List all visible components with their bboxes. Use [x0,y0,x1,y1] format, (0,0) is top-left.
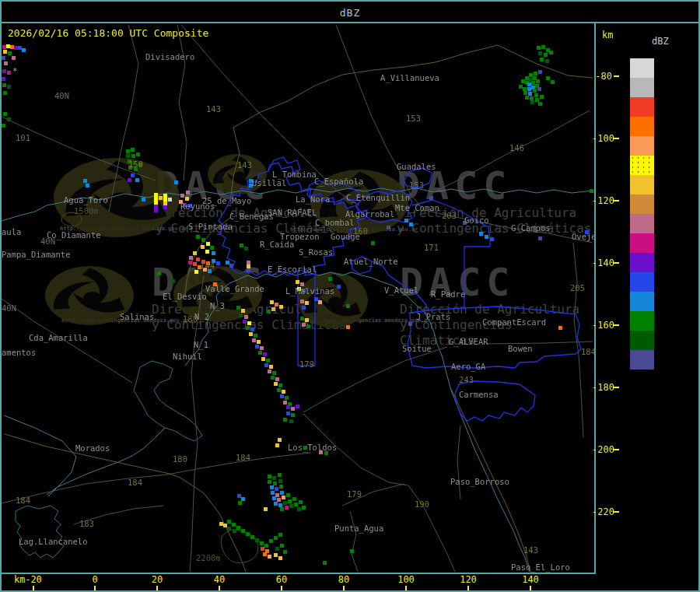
place-label: Paso_Borroso [450,478,509,486]
bottom-axis-tick [467,586,469,591]
place-label: C_Etenquillin [346,194,410,202]
road-number-label: 143 [206,105,221,114]
right-axis-tick [614,387,619,388]
right-axis-tick [614,511,619,513]
place-label: Paso_El_Loro [511,563,570,572]
legend-swatch [630,136,654,156]
right-axis-tick [614,262,619,264]
place-label: Mte_Coman [395,204,439,212]
right-axis-tick-label: -180 [592,382,612,393]
legend-swatch [630,214,654,233]
latitude-label: 40N [40,237,55,246]
road-number-label: 205 [570,284,585,292]
place-label: Bowen [508,345,533,353]
road-number-label: 180 [183,315,198,324]
legend-swatch [630,331,654,350]
place-label: La_Nora [296,195,330,204]
timestamp: 2026/02/16 05:18:00 UTC Composite [8,27,208,39]
place-label: S_Rosas [299,248,333,257]
place-label: Valle_Grande [205,285,264,293]
legend-swatch [630,350,654,370]
legend-swatch [630,272,654,292]
right-axis-tick [614,324,619,326]
legend-swatch [630,97,654,117]
legend-swatch [630,194,654,214]
place-label: Morados [75,444,110,453]
bottom-axis-tick-label: 100 [397,574,415,585]
road-number-label: 179 [299,360,314,369]
radar-window: dBZ 2026/02/16 05:18:00 UTC Composite km… [0,0,700,592]
road-number-label: 144 [200,261,215,270]
place-label: L_Malvinas [285,287,334,296]
road-number-label: 160 [353,227,368,236]
place-label: V_Atuel [384,286,418,295]
place-label: J_Prats [416,313,450,321]
place-label: Goico [464,216,489,225]
place-label: Salinas [120,313,154,321]
place-label: Cda_Amarilla [29,334,88,342]
place-label: C_Española [314,177,363,186]
place-label: L_Tombina [272,170,317,179]
place-label: N_1 [194,341,208,349]
map-label-layer: DivisaderoA_VillanuevaGuadalesAgua_ToroC… [2,23,594,573]
bottom-axis-tick-label: -20 [25,574,42,585]
window-title: dBZ [2,7,698,19]
place-label: Aero_GA [451,363,485,371]
place-label: G_ALVEAR [449,338,488,346]
bottom-axis-tick [405,586,407,591]
bottom-axis-tick [530,586,531,591]
legend-swatches [630,58,654,370]
road-number-label: 101 [16,134,30,142]
bottom-axis-tick [156,586,158,591]
legend-swatch [630,117,654,136]
place-label: Nihuil [173,352,202,361]
right-axis-tick-label: -220 [592,506,612,517]
place-label: aula [2,228,21,236]
place-label: amentos [2,349,36,357]
place-label: E_Escorial [268,265,317,274]
right-axis-tick-label: -160 [592,320,612,331]
legend-title: dBZ [652,36,669,47]
bottom-axis-tick [94,586,96,591]
legend-swatch [630,58,654,78]
latitude-label: 40N [2,304,16,313]
bottom-axis-unit: km [14,574,25,585]
place-label: CompantEscard [482,318,546,327]
place-label: Usillal [252,179,286,187]
place-label: N_3 [210,302,225,310]
elevation-label: 1500m [74,207,99,215]
bottom-axis-tick [219,586,220,591]
road-number-label: 184 [236,454,250,462]
road-number-label: 184 [128,478,142,487]
right-axis-tick-label: -100 [592,133,612,144]
place-label: Ovejeria [572,233,596,241]
road-number-label: 143 [523,546,538,555]
road-number-label: 143 [237,161,252,170]
road-number-label: 180 [173,455,187,464]
place-label: Guadales [397,163,436,171]
road-number-label: 153 [409,181,424,190]
legend-swatch [630,253,654,272]
right-axis-tick-label: -120 [592,195,612,206]
place-label: C_Benegas [229,212,274,221]
place-label: R_Padre [431,290,465,299]
map-marker: * [12,67,17,75]
place-label: Reyunos [180,202,215,211]
legend-swatch [630,78,654,97]
right-axis-tick-label: -80 [592,71,612,82]
bottom-axis-tick-label: 60 [276,574,287,585]
place-label: S_Pintada [188,222,233,231]
place-label: A_Villanueva [380,74,439,82]
legend-swatch [630,311,654,331]
bottom-axis-tick-label: 140 [522,574,539,585]
place-label: R_Caida [260,240,294,249]
road-number-label: 203 [442,212,457,220]
place-label: Los_Toldos [288,443,337,452]
legend-swatch [630,156,654,175]
right-axis-tick [614,449,619,450]
road-number-label: 190 [415,500,429,509]
bottom-axis-tick-label: 40 [214,574,225,585]
road-number-label: 184 [16,496,30,505]
right-axis-tick [614,200,619,201]
road-number-label: 183 [79,520,94,528]
